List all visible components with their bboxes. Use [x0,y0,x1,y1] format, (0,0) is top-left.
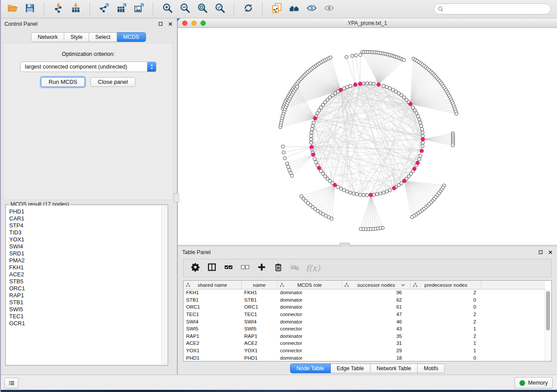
export-network-button[interactable] [95,2,113,17]
column-header-shared-name[interactable]: shared name [183,281,242,289]
table-row[interactable]: PHD1PHD1dominator180 [183,354,545,361]
search-input[interactable] [446,6,547,13]
zoom-out-button[interactable] [176,2,194,17]
column-header-predecessor-nodes[interactable]: predecessor nodes [411,281,481,289]
delete-column-button[interactable] [270,261,287,275]
result-node-item[interactable]: ACE2 [9,271,162,278]
save-session-button[interactable] [21,2,38,17]
table-row[interactable]: RAP1RAP1dominator352 [183,333,545,340]
network-region: YPA_prune.txt_1 Table Panel f(x) shared … [178,18,557,375]
mcds-result-list[interactable]: PHD1CAR1STP4TID3YOX1SWI4SRD1PMA2FKH1ACE2… [6,206,162,364]
result-node-item[interactable]: FKH1 [9,264,162,271]
first-neighbors-button[interactable] [285,2,303,17]
cell-predecessor_nodes: 0 [411,304,481,309]
zoom-selected-button[interactable] [211,2,228,17]
table-rows: FKH1FKH1dominator962STB1STB1dominator620… [183,289,545,361]
memory-button[interactable]: Memory [515,377,553,389]
vertical-splitter-grip[interactable] [174,193,179,202]
tab-network[interactable]: Network [31,32,64,42]
add-column-button[interactable] [253,261,270,275]
mcds-panel: Optimization criterion: largest connecte… [3,43,173,200]
cell-shared_name: YOX1 [183,348,242,353]
column-header-MCDS-role[interactable]: MCDS role [277,281,342,289]
table-scrollbar-thumb[interactable] [546,291,550,330]
table-row[interactable]: TEC1TEC1connector472 [183,311,545,318]
table-row[interactable]: STB1STB1dominator620 [183,296,545,304]
settings-icon [190,262,200,274]
result-node-item[interactable]: STB5 [9,278,162,285]
result-node-item[interactable]: ORC1 [9,285,162,292]
result-node-item[interactable]: PMA2 [9,257,162,264]
search-box[interactable] [434,3,551,14]
result-node-item[interactable]: STB1 [9,299,162,306]
float-panel-icon[interactable] [538,249,544,255]
result-node-item[interactable]: PHD1 [9,208,162,215]
memory-status-icon [519,380,525,386]
export-image-button[interactable] [130,2,148,17]
float-panel-icon[interactable] [158,21,164,27]
result-node-item[interactable]: CAR1 [9,215,162,222]
table-tab-edge-table[interactable]: Edge Table [331,364,370,373]
import-network-button[interactable] [49,2,67,17]
result-node-item[interactable]: TEC1 [9,313,162,320]
cell-predecessor_nodes: 0 [411,355,481,361]
table-toolbar: f(x) [183,259,552,277]
network-view-canvas[interactable] [178,28,557,245]
table-row[interactable]: FKH1FKH1dominator962 [183,289,545,296]
open-file-button[interactable] [3,2,21,17]
cell-successor_nodes: 46 [342,319,411,324]
select-all-columns-button[interactable] [220,261,237,275]
column-layout-button[interactable] [204,261,220,275]
network-graph[interactable] [178,28,557,245]
result-node-item[interactable]: YOX1 [9,236,162,243]
close-panel-icon[interactable] [547,249,554,255]
result-list-scrollbar[interactable] [161,206,167,364]
close-panel-button[interactable]: Close panel [90,77,135,87]
result-node-item[interactable]: SWI5 [9,306,162,313]
column-header-successor-nodes[interactable]: successor nodes [342,281,411,289]
criterion-dropdown[interactable]: largest connected component (undirected) [20,62,156,72]
result-node-item[interactable]: STP4 [9,222,162,229]
unselect-all-columns-button[interactable] [237,261,253,275]
table-row[interactable]: YOX1YOX1connector291 [183,347,545,354]
tab-style[interactable]: Style [64,32,89,42]
cell-predecessor_nodes: 1 [411,326,481,331]
apply-preferred-layout-button[interactable] [239,2,257,17]
new-network-from-selection-button[interactable] [268,2,285,17]
table-tab-network-table[interactable]: Network Table [370,364,418,373]
table-tab-node-table[interactable]: Node Table [290,364,331,373]
network-window-titlebar[interactable]: YPA_prune.txt_1 [178,18,557,28]
result-node-item[interactable]: SRD1 [9,250,162,257]
function-builder-button[interactable]: f(x) [306,263,320,273]
zoom-in-button[interactable] [159,2,176,17]
result-node-item[interactable]: TID3 [9,229,162,236]
cell-successor_nodes: 29 [342,348,411,353]
zoom-fit-button[interactable] [194,2,211,17]
pane-corner-marker [177,18,180,22]
tab-select[interactable]: Select [89,32,117,42]
list-icon [8,380,15,386]
table-row[interactable]: ACE2ACE2connector311 [183,340,545,347]
export-table-button[interactable] [113,2,130,17]
settings-button[interactable] [187,261,204,275]
result-node-item[interactable]: GCR1 [9,320,162,327]
task-history-button[interactable] [4,378,18,389]
close-panel-icon[interactable] [167,21,173,27]
column-header-name[interactable]: name [242,281,277,289]
cell-predecessor_nodes: 2 [411,334,481,339]
cell-mcds_role: dominator [277,297,342,303]
table-row[interactable]: SWI4SWI4dominator462 [183,318,545,325]
table-scrollbar[interactable] [545,289,551,361]
run-mcds-button[interactable]: Run MCDS [41,77,85,87]
delete-table-button [287,261,303,275]
hide-selected-button[interactable] [303,2,320,17]
import-table-button[interactable] [67,2,84,17]
show-all-button[interactable] [320,2,338,17]
table-tab-motifs[interactable]: Motifs [418,364,445,373]
cell-mcds_role: dominator [277,319,342,324]
table-row[interactable]: SWI5SWI5connector431 [183,325,545,333]
tab-mcds[interactable]: MCDS [117,32,146,42]
result-node-item[interactable]: SWI4 [9,243,162,250]
result-node-item[interactable]: RAP1 [9,292,162,299]
table-row[interactable]: ORC1ORC1dominator610 [183,303,545,311]
